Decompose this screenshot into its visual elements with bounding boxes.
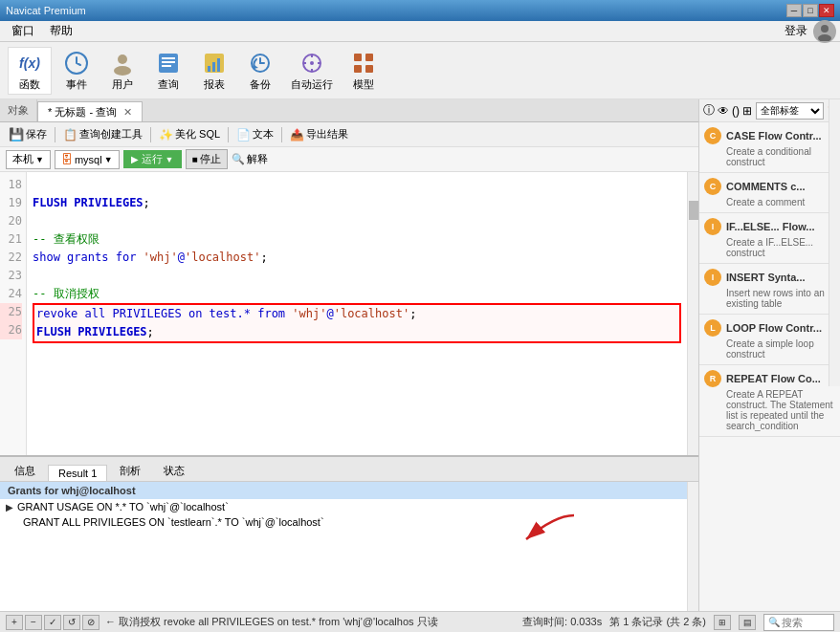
repeat-icon: R	[704, 370, 721, 387]
toolbar-backup[interactable]: 备份	[239, 48, 281, 94]
case-desc: Create a conditional construct	[726, 146, 835, 167]
snippet-comments-header: C COMMENTS c...	[704, 178, 835, 195]
result-panel: 信息 Result 1 剖析 状态 Grants for whj@localho…	[0, 455, 698, 632]
db-select[interactable]: 🗄 mysql ▼	[55, 150, 120, 169]
svg-rect-22	[365, 54, 373, 61]
conn-bar: 本机 ▼ 🗄 mysql ▼ ▶ 运行 ▼ ■ 停止 🔍 解释	[0, 147, 698, 172]
snippet-comments[interactable]: C COMMENTS c... Create a comment	[699, 173, 840, 213]
result-row-2[interactable]: GRANT ALL PRIVILEGES ON `testlearn`.* TO…	[0, 514, 698, 530]
grid-icon[interactable]: ⊞	[742, 104, 752, 118]
tab-status[interactable]: 状态	[153, 461, 195, 481]
line-21: -- 查看权限	[33, 230, 681, 249]
export-icon: 📤	[290, 128, 304, 142]
toolbar-user[interactable]: 用户	[101, 48, 144, 94]
tabbar: 对象 * 无标题 - 查询 ✕	[0, 99, 698, 122]
code-content[interactable]: FLUSH PRIVILEGES; -- 查看权限 show grants fo…	[27, 172, 687, 455]
snippet-case[interactable]: C CASE Flow Contr... Create a conditiona…	[699, 122, 840, 173]
text-button[interactable]: 📄 文本	[232, 125, 278, 143]
tag-select[interactable]: 全部标签	[756, 102, 824, 120]
snippet-insert[interactable]: I INSERT Synta... Insert new rows into a…	[699, 264, 840, 315]
status-refresh-btn[interactable]: ↺	[63, 615, 80, 630]
toolbar-event[interactable]: 事件	[55, 48, 98, 94]
repeat-desc: Create A REPEAT construct. The Statement…	[726, 389, 835, 431]
comments-title: COMMENTS c...	[726, 181, 806, 192]
tab-info[interactable]: 信息	[4, 461, 46, 481]
tab-profile[interactable]: 剖析	[109, 461, 151, 481]
menu-help[interactable]: 帮助	[42, 21, 80, 41]
toolbar-report[interactable]: 报表	[193, 48, 235, 94]
view-form-btn[interactable]: ▤	[739, 615, 756, 630]
close-button[interactable]: ✕	[819, 4, 834, 17]
result-vscroll[interactable]	[687, 482, 698, 632]
svg-point-0	[821, 25, 829, 33]
stop-icon: ■	[192, 154, 198, 164]
row-arrow-icon: ▶	[6, 502, 13, 512]
line-25: revoke all PRIVILEGES on test.* from 'wh…	[36, 305, 677, 323]
svg-rect-6	[162, 57, 175, 59]
snippet-loop[interactable]: L LOOP Flow Contr... Create a simple loo…	[699, 315, 840, 365]
menu-window[interactable]: 窗口	[4, 21, 42, 41]
result-tabs: 信息 Result 1 剖析 状态	[0, 457, 698, 482]
query-tool-button[interactable]: 📋 查询创建工具	[58, 125, 147, 143]
snippet-repeat[interactable]: R REPEAT Flow Co... Create A REPEAT cons…	[699, 365, 840, 437]
status-cancel-btn[interactable]: ⊘	[82, 615, 99, 630]
status-add-btn[interactable]: +	[6, 615, 23, 630]
editor: 18 19 20 21 22 23 24 25 26 FLUSH PRIVILE…	[0, 172, 698, 455]
explain-icon: 🔍	[232, 153, 245, 165]
eye-icon[interactable]: 👁	[718, 104, 729, 118]
case-title: CASE Flow Contr...	[726, 130, 822, 142]
snippet-list: C CASE Flow Contr... Create a conditiona…	[699, 122, 840, 632]
line-24: -- 取消授权	[33, 285, 681, 303]
user-label: 用户	[112, 77, 133, 92]
right-vscroll[interactable]	[829, 99, 840, 386]
svg-rect-11	[212, 62, 215, 72]
minimize-button[interactable]: ─	[786, 4, 802, 17]
beautify-button[interactable]: ✨ 美化 SQL	[154, 125, 225, 143]
search-input[interactable]	[782, 617, 829, 628]
explain-label: 解释	[247, 152, 268, 166]
save-button[interactable]: 💾 保存	[4, 125, 52, 143]
toolbar-autorun[interactable]: 自动运行	[285, 48, 339, 94]
right-panel: ⓘ 👁 () ⊞ 全部标签 ↻ C CASE Flow Contr... Cre…	[698, 99, 840, 632]
run-button[interactable]: ▶ 运行 ▼	[123, 150, 182, 168]
titlebar: Navicat Premium ─ □ ✕	[0, 0, 840, 21]
editor-vscroll[interactable]	[687, 172, 698, 455]
query-tool-label: 查询创建工具	[79, 127, 143, 142]
event-label: 事件	[66, 77, 87, 92]
login-label[interactable]: 登录	[785, 23, 807, 39]
svg-rect-10	[208, 66, 210, 72]
save-label: 保存	[26, 127, 47, 142]
view-grid-btn[interactable]: ⊞	[714, 615, 731, 630]
ifelse-icon: I	[704, 218, 721, 235]
tab-close-icon[interactable]: ✕	[123, 106, 132, 119]
export-button[interactable]: 📤 导出结果	[285, 125, 353, 143]
local-select[interactable]: 本机 ▼	[6, 150, 51, 169]
explain-button[interactable]: 🔍 解释	[232, 152, 268, 166]
toolbar-func[interactable]: f(x) 函数	[8, 47, 52, 95]
status-minus-btn[interactable]: −	[25, 615, 42, 630]
loop-desc: Create a simple loop construct	[726, 338, 835, 360]
query-tab[interactable]: * 无标题 - 查询 ✕	[37, 101, 143, 121]
stop-button[interactable]: ■ 停止	[186, 149, 228, 169]
toolbar-query[interactable]: 查询	[147, 48, 189, 94]
line-23	[33, 267, 681, 285]
info-icon[interactable]: ⓘ	[703, 102, 715, 119]
stop-label: 停止	[200, 152, 221, 166]
result-row-1[interactable]: ▶ GRANT USAGE ON *.* TO `whj`@`localhost…	[0, 499, 698, 514]
snippet-ifelse[interactable]: I IF...ELSE... Flow... Create a IF...ELS…	[699, 213, 840, 264]
event-icon	[61, 50, 92, 76]
beautify-icon: ✨	[159, 128, 173, 142]
tab-result1[interactable]: Result 1	[48, 465, 107, 481]
snippet-ifelse-header: I IF...ELSE... Flow...	[704, 218, 835, 235]
toolbar-model[interactable]: 模型	[343, 48, 385, 94]
login-area: 登录	[785, 20, 836, 43]
brackets-icon[interactable]: ()	[732, 104, 740, 118]
status-message: ← 取消授权 revoke all PRIVILEGES on test.* f…	[105, 615, 517, 629]
scroll-thumb[interactable]	[689, 201, 698, 220]
status-check-btn[interactable]: ✓	[44, 615, 61, 630]
object-tab[interactable]: 对象	[0, 99, 37, 121]
right-header-icons: ⓘ 👁 () ⊞	[703, 102, 752, 119]
insert-icon: I	[704, 269, 721, 286]
svg-rect-7	[162, 61, 175, 63]
maximize-button[interactable]: □	[803, 4, 818, 17]
